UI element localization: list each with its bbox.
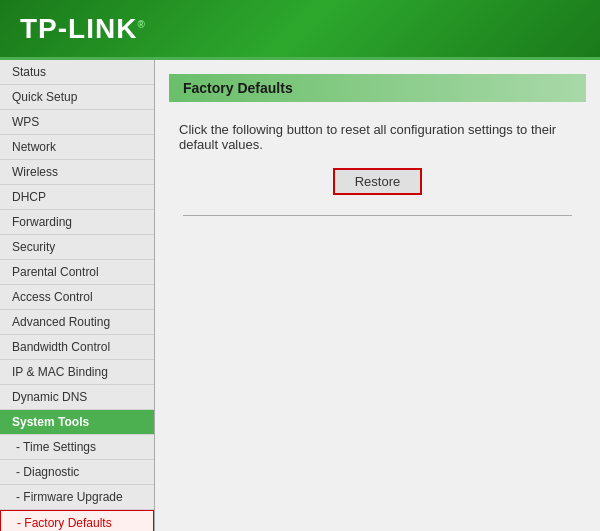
- content-body: Click the following button to reset all …: [155, 102, 600, 246]
- sidebar-item-security[interactable]: Security: [0, 235, 154, 260]
- sidebar-item-wireless[interactable]: Wireless: [0, 160, 154, 185]
- sidebar-item-advanced-routing[interactable]: Advanced Routing: [0, 310, 154, 335]
- sidebar-item-wps[interactable]: WPS: [0, 110, 154, 135]
- restore-button[interactable]: Restore: [333, 168, 423, 195]
- sidebar-item-ip-mac-binding[interactable]: IP & MAC Binding: [0, 360, 154, 385]
- restore-button-wrapper: Restore: [169, 168, 586, 195]
- logo-text: TP-LINK: [20, 13, 137, 44]
- divider: [183, 215, 572, 216]
- sidebar-item-time-settings[interactable]: - Time Settings: [0, 435, 154, 460]
- sidebar-item-dynamic-dns[interactable]: Dynamic DNS: [0, 385, 154, 410]
- main-layout: StatusQuick SetupWPSNetworkWirelessDHCPF…: [0, 60, 600, 531]
- sidebar-item-diagnostic[interactable]: - Diagnostic: [0, 460, 154, 485]
- page-title: Factory Defaults: [169, 74, 586, 102]
- sidebar-item-quick-setup[interactable]: Quick Setup: [0, 85, 154, 110]
- logo-registered: ®: [137, 18, 145, 29]
- sidebar-item-dhcp[interactable]: DHCP: [0, 185, 154, 210]
- sidebar-item-parental-control[interactable]: Parental Control: [0, 260, 154, 285]
- sidebar-item-status[interactable]: Status: [0, 60, 154, 85]
- header: TP-LINK®: [0, 0, 600, 60]
- sidebar-item-forwarding[interactable]: Forwarding: [0, 210, 154, 235]
- sidebar: StatusQuick SetupWPSNetworkWirelessDHCPF…: [0, 60, 155, 531]
- sidebar-item-network[interactable]: Network: [0, 135, 154, 160]
- content-area: Factory Defaults Click the following but…: [155, 60, 600, 531]
- sidebar-item-factory-defaults[interactable]: - Factory Defaults: [0, 510, 154, 531]
- sidebar-item-system-tools[interactable]: System Tools: [0, 410, 154, 435]
- sidebar-item-firmware-upgrade[interactable]: - Firmware Upgrade: [0, 485, 154, 510]
- logo: TP-LINK®: [20, 13, 146, 45]
- sidebar-item-access-control[interactable]: Access Control: [0, 285, 154, 310]
- sidebar-item-bandwidth-control[interactable]: Bandwidth Control: [0, 335, 154, 360]
- description-text: Click the following button to reset all …: [179, 122, 586, 152]
